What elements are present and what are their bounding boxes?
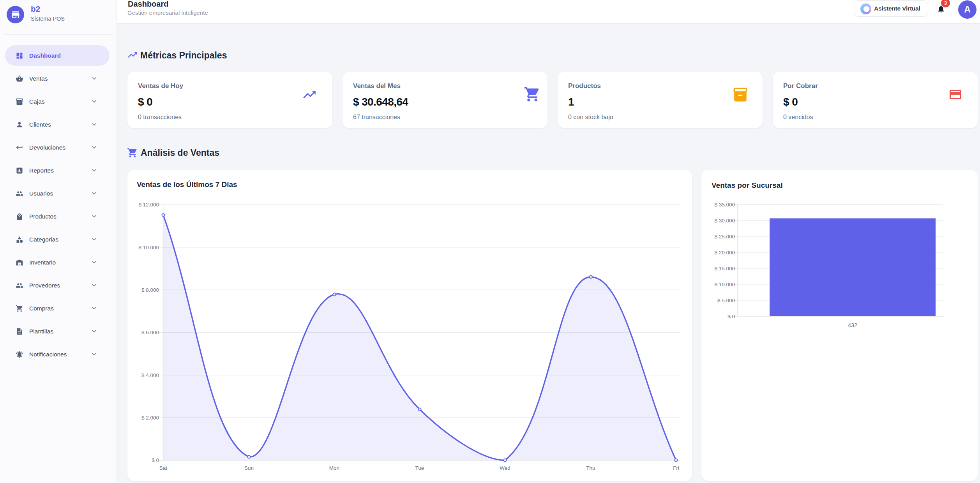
svg-text:$ 20.000: $ 20.000 (714, 250, 735, 256)
svg-text:$ 8.000: $ 8.000 (141, 287, 159, 293)
svg-text:$ 30.000: $ 30.000 (714, 218, 735, 224)
svg-text:Thu: Thu (586, 465, 595, 471)
svg-text:$ 10.000: $ 10.000 (714, 282, 735, 287)
svg-text:Sat: Sat (159, 465, 168, 471)
svg-text:432: 432 (848, 322, 857, 328)
svg-text:$ 10.000: $ 10.000 (138, 245, 159, 250)
svg-text:$ 0: $ 0 (727, 314, 735, 319)
svg-text:Fri: Fri (673, 465, 679, 471)
svg-text:$ 0: $ 0 (152, 457, 159, 463)
svg-text:$ 25.000: $ 25.000 (714, 234, 735, 240)
svg-text:$ 5.000: $ 5.000 (717, 298, 735, 303)
svg-text:Sun: Sun (244, 465, 254, 471)
svg-text:$ 15.000: $ 15.000 (714, 266, 735, 271)
svg-text:$ 2.000: $ 2.000 (141, 415, 159, 421)
svg-text:Tue: Tue (415, 465, 424, 471)
svg-text:Mon: Mon (329, 465, 339, 471)
svg-text:$ 12.000: $ 12.000 (138, 202, 159, 208)
svg-text:$ 35.000: $ 35.000 (714, 202, 735, 208)
svg-text:Wed: Wed (500, 465, 510, 471)
svg-text:$ 6.000: $ 6.000 (141, 330, 159, 335)
svg-text:$ 4.000: $ 4.000 (141, 372, 159, 378)
